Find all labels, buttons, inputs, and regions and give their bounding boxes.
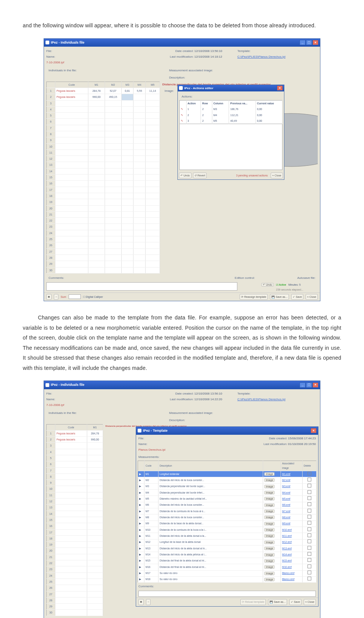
td-name-label: Name:: [138, 441, 223, 447]
template-path[interactable]: C:\IPez\IPLIES\Planos Derechos.ipl: [237, 396, 318, 402]
dialog-icon: [138, 429, 141, 432]
autosave-label: Autosave file:: [295, 274, 318, 281]
paragraph-1: and the following window will appear, wh…: [23, 20, 341, 31]
last-mod-label: Last modification:: [170, 55, 193, 58]
template-dialog: IPez - Template × File: Name: Planos Der…: [136, 426, 318, 607]
minimize-button[interactable]: _: [300, 40, 306, 45]
dialog-close-button[interactable]: ×: [311, 428, 317, 433]
figure-2: IPez - Individuals file _ □ × File: Name…: [44, 381, 320, 618]
window-titlebar-2: IPez - Individuals file _ □ ×: [44, 381, 320, 389]
file-label: File:: [46, 391, 127, 396]
date-created-label: Date created:: [175, 392, 193, 395]
desc-label: Description:: [167, 417, 318, 424]
reassign-button[interactable]: ⟳ Reassign template: [240, 294, 268, 300]
caliper-checkbox[interactable]: ☐ Digital Calliper: [83, 294, 103, 299]
last-mod-value: 12/10/2008 14:18:12: [195, 55, 222, 58]
td-date-created-label: Date created:: [269, 437, 287, 440]
remove-button[interactable]: −: [54, 294, 58, 300]
undo-button-main[interactable]: ↶ Undo: [261, 283, 274, 286]
maximize-button[interactable]: □: [306, 382, 312, 388]
td-last-mod-label: Last modification:: [264, 442, 287, 446]
window-titlebar: IPez - Individuals file _ □ ×: [44, 39, 320, 47]
save-as-button[interactable]: 💾 Save as...: [270, 294, 289, 300]
file-name: 7-10-2008.ipf: [46, 402, 127, 408]
minutes-label: Minutes:: [288, 283, 298, 286]
undo-button[interactable]: ↶ Undo: [179, 173, 191, 178]
date-created-label: Date created:: [175, 49, 193, 53]
last-mod-label: Last modification:: [170, 398, 193, 401]
name-label: Name:: [46, 396, 127, 402]
window-title: IPez - Individuals file: [51, 382, 85, 388]
date-created-value: 12/10/2008 13:56:10: [195, 49, 222, 53]
td-name-value: Planos Derechos.ipl: [138, 447, 223, 453]
template-path[interactable]: C:\IPez\IPLIES\Planos Derechos.ipl: [237, 54, 318, 60]
paragraph-2: Changes can also be made to the template…: [23, 313, 341, 373]
meas-img-label: Measurement associated image:: [167, 409, 318, 417]
ipez-main-window: IPez - Individuals file _ □ × File: Name…: [44, 38, 320, 301]
close-button-main[interactable]: × Close: [306, 294, 318, 300]
figure-1: IPez - Individuals file _ □ × File: Name…: [44, 38, 320, 301]
td-close-button[interactable]: × Close: [304, 599, 316, 605]
measurements-label: Measurements:: [136, 453, 318, 461]
td-comments-input[interactable]: [138, 591, 316, 597]
individuals-label: Individuals in the file:: [46, 67, 165, 81]
elapsed-label: 239 seconds elapsed...: [276, 288, 303, 291]
close-button[interactable]: ×: [312, 382, 318, 388]
active-checkbox[interactable]: ☑ Active: [276, 283, 286, 286]
dialog-close-button[interactable]: ×: [277, 85, 283, 91]
close-button[interactable]: ×: [312, 40, 318, 45]
comments-label: Comments:: [46, 274, 206, 281]
template-label: Template:: [237, 48, 318, 54]
add-button[interactable]: ✱: [46, 294, 52, 300]
template-dialog-title: IPez - Template: [143, 428, 168, 434]
ipez-main-window-2: IPez - Individuals file _ □ × File: Name…: [44, 381, 320, 618]
individuals-table-2[interactable]: CodeM1 1Pegusa lascaris284,782Pegusa las…: [46, 424, 103, 616]
app-icon: [46, 41, 49, 44]
save-button[interactable]: ✓ Save: [291, 294, 303, 300]
minimize-button[interactable]: _: [300, 382, 306, 388]
app-icon: [46, 383, 49, 387]
sum-label: Sum: [61, 294, 66, 299]
individuals-table[interactable]: CodeM1M2M3M4M5 1Pegusa lascaris284,7852,…: [46, 82, 160, 274]
template-label: Template:: [237, 391, 318, 396]
actions-table[interactable]: ActionRowColumnPrevious va...Current val…: [179, 100, 282, 124]
dialog-title: IPez - Actions editor: [184, 85, 213, 91]
sum-field[interactable]: [69, 294, 81, 299]
individuals-label: Individuals in the file:: [46, 409, 165, 424]
edition-label: Edition control:: [208, 274, 293, 281]
td-file-label: File:: [138, 436, 223, 441]
revert-button[interactable]: ↺ Revert: [193, 173, 207, 178]
actions-editor-dialog: IPez - Actions editor × Actions: ActionR…: [177, 85, 284, 180]
dialog-icon: [179, 86, 183, 90]
td-save-button[interactable]: ✓ Save: [289, 599, 301, 605]
td-remove-button[interactable]: −: [146, 599, 151, 605]
name-label: Name:: [46, 54, 127, 60]
date-created-value: 12/10/2008 13:56:10: [195, 392, 222, 395]
td-date-created: 15/06/2008 17:44:23: [288, 437, 316, 440]
file-label: File:: [46, 48, 127, 54]
maximize-button[interactable]: □: [306, 40, 312, 45]
measurements-table[interactable]: CodeDescriptionAssociated imageDelete ▶M…: [138, 461, 317, 583]
actions-label: Actions:: [179, 93, 282, 100]
meas-img-label: Measurement associated image:: [167, 67, 318, 74]
td-last-mod: 01/10/2008 20:19:50: [288, 442, 316, 446]
td-save-as-button[interactable]: 💾 Save as...: [268, 599, 287, 605]
window-title: IPez - Individuals file: [51, 39, 85, 46]
file-name: 7-10-2008.ipf: [46, 60, 127, 65]
reload-template-button[interactable]: ⟳ Reload template: [240, 599, 266, 605]
comments-input[interactable]: [46, 282, 237, 291]
pending-status: 3 pending unsaved actions: [236, 173, 268, 178]
td-comments-label: Comments:: [136, 583, 318, 590]
dialog-close-btn[interactable]: × Close: [271, 173, 283, 178]
desc-label: Description:: [167, 74, 318, 81]
minutes-value[interactable]: 5: [299, 283, 301, 286]
td-add-button[interactable]: ✱: [138, 599, 144, 605]
last-mod-value: 12/10/2008 14:22:20: [195, 398, 222, 401]
